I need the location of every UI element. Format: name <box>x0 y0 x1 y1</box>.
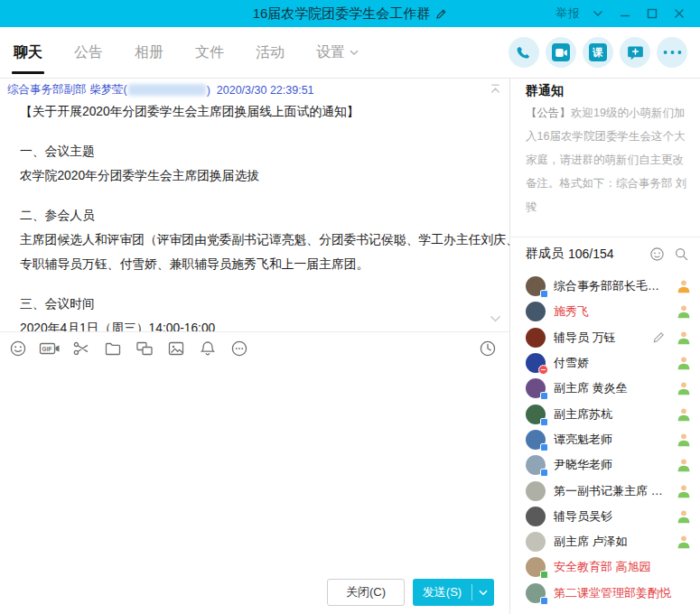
member-row[interactable]: 第二课堂管理部姜酌悦 <box>526 581 691 606</box>
tab-label: 设置 <box>316 43 345 62</box>
tabs: 聊天公告相册文件活动设置 <box>9 27 386 78</box>
group-admin-icon <box>677 433 691 447</box>
message-line: 农学院2020年分团委学生会主席团换届选拔 <box>20 163 509 188</box>
busy-status-badge <box>538 365 548 375</box>
group-notice[interactable]: 群通知 【公告】欢迎19级的小萌新们加入16届农学院团委学生会这个大家庭，请进群… <box>510 81 700 219</box>
online-status-badge <box>540 418 548 426</box>
message-line: 三、会议时间 <box>20 292 509 316</box>
member-avatar <box>526 276 546 296</box>
tab-chat[interactable]: 聊天 <box>9 27 47 78</box>
compose-area: 关闭(C) 发送(S) <box>0 365 509 614</box>
group-plus-button[interactable] <box>620 37 650 68</box>
maximize-button[interactable] <box>639 0 666 27</box>
titlebar-chevron-down-icon[interactable] <box>584 0 611 27</box>
member-row[interactable]: 安全教育部 高旭园 <box>526 554 691 580</box>
member-row[interactable]: 副主席 黄炎垒 <box>526 376 691 401</box>
message-line: 二、参会人员 <box>20 203 509 228</box>
group-admin-icon <box>677 381 691 395</box>
member-row[interactable]: 副主席苏杭 <box>526 401 691 426</box>
close-button[interactable] <box>666 0 693 27</box>
members-header: 群成员 106/154 <box>510 237 700 270</box>
window-title: 16届农学院团委学生会工作群 <box>253 5 431 23</box>
member-name: 第一副书记兼主席 李凤仪 <box>554 483 668 499</box>
tab-label: 文件 <box>195 43 224 62</box>
member-name: 付雪娇 <box>554 355 668 371</box>
chat-column: 综合事务部副部 柴梦莹() 2020/3/30 22:39:51 【关于开展20… <box>0 79 510 614</box>
search-members-icon[interactable] <box>674 247 689 262</box>
member-name: 辅导员 万钰 <box>554 330 644 346</box>
member-name: 第二课堂管理部姜酌悦 <box>554 585 691 601</box>
member-row[interactable]: 综合事务部部长毛国庆 <box>526 274 691 299</box>
group-notice-text: 【公告】欢迎19级的小萌新们加入16届农学院团委学生会这个大家庭，请进群的萌新们… <box>526 101 692 219</box>
class-icon: 课 <box>589 43 607 61</box>
class-button[interactable]: 课 <box>583 37 613 68</box>
member-row[interactable]: 辅导员吴钐 <box>526 504 691 529</box>
tab-label: 聊天 <box>14 43 42 62</box>
screenshot-scissors-icon[interactable] <box>70 339 92 358</box>
member-avatar <box>526 583 546 603</box>
member-name: 综合事务部部长毛国庆 <box>554 278 668 294</box>
message-header: 综合事务部副部 柴梦莹() 2020/3/30 22:39:51 <box>0 82 509 98</box>
message-area[interactable]: 综合事务部副部 柴梦莹() 2020/3/30 22:39:51 【关于开展20… <box>0 79 509 331</box>
edit-remark-icon[interactable] <box>652 330 666 344</box>
member-row[interactable]: 付雪娇 <box>526 350 691 376</box>
more-actions-button[interactable] <box>657 37 687 68</box>
online-status-badge <box>540 443 548 451</box>
screen-share-icon[interactable] <box>134 339 155 358</box>
group-notice-title: 群通知 <box>526 81 689 99</box>
plus-bubble-icon <box>627 44 644 61</box>
message-input[interactable] <box>0 365 509 579</box>
online-status-badge <box>540 290 548 298</box>
member-row[interactable]: 尹晓华老师 <box>526 452 691 478</box>
voice-call-button[interactable] <box>509 37 539 68</box>
member-row[interactable]: 副主席 卢泽如 <box>526 529 691 554</box>
member-avatar <box>526 405 546 424</box>
report-button[interactable]: 举报 <box>552 5 584 22</box>
send-file-folder-icon[interactable] <box>102 339 124 358</box>
send-image-icon[interactable] <box>165 339 187 358</box>
member-name: 谭亮魁老师 <box>554 432 668 448</box>
edit-title-icon[interactable] <box>435 8 447 20</box>
header-actions: 课 <box>509 27 687 78</box>
group-admin-icon <box>677 407 691 422</box>
message-history-clock-icon[interactable] <box>477 339 499 358</box>
member-row[interactable]: 辅导员 万钰 <box>526 325 691 350</box>
member-avatar <box>526 557 546 577</box>
group-sidebar: 群通知 【公告】欢迎19级的小萌新们加入16届农学院团委学生会这个大家庭，请进群… <box>510 79 700 614</box>
group-admin-icon <box>677 304 691 319</box>
member-avatar <box>526 328 546 348</box>
members-count: 106/154 <box>568 247 614 261</box>
member-row[interactable]: 谭亮魁老师 <box>526 427 691 452</box>
anonymous-chat-icon[interactable] <box>649 247 665 262</box>
message-body: 【关于开展2020年分团委学生会主席团换届线上面试的通知】一、会议主题农学院20… <box>0 99 509 331</box>
group-admin-icon <box>677 535 691 549</box>
sender-name: 综合事务部副部 柴梦莹( <box>7 82 127 98</box>
member-avatar <box>526 353 546 373</box>
tab-settings[interactable]: 设置 <box>312 27 363 78</box>
group-admin-icon <box>677 458 691 472</box>
chevron-down-icon <box>350 50 359 56</box>
message-line: 主席团候选人和评审团（评审团由党委副书记谭亮魁、分团委书记侯聪、学工办主任刘庆、 <box>20 228 509 252</box>
gif-hot-pic-icon[interactable]: GIF <box>39 339 61 358</box>
video-call-button[interactable] <box>546 37 576 68</box>
member-avatar <box>526 430 546 450</box>
input-toolbar: GIF <box>0 331 509 365</box>
more-tools-icon[interactable] <box>229 339 250 358</box>
tab-activity[interactable]: 活动 <box>251 27 289 78</box>
member-row[interactable]: 施秀飞 <box>526 299 691 324</box>
scroll-to-bottom-icon[interactable] <box>490 311 501 327</box>
send-button[interactable]: 发送(S) <box>413 579 494 606</box>
send-options-chevron-icon[interactable] <box>472 590 494 596</box>
member-name: 施秀飞 <box>554 303 668 320</box>
tab-announcement[interactable]: 公告 <box>70 27 107 78</box>
close-chat-button[interactable]: 关闭(C) <box>327 579 405 606</box>
scroll-to-top-icon[interactable] <box>490 82 501 98</box>
member-name: 尹晓华老师 <box>554 457 668 473</box>
tab-files[interactable]: 文件 <box>191 27 229 78</box>
emoji-icon[interactable] <box>7 339 29 358</box>
tab-album[interactable]: 相册 <box>130 27 168 78</box>
minimize-button[interactable] <box>611 0 639 27</box>
member-row[interactable]: 第一副书记兼主席 李凤仪 <box>526 478 691 503</box>
shake-bell-icon[interactable] <box>197 339 219 358</box>
titlebar: 16届农学院团委学生会工作群 举报 <box>0 0 700 27</box>
